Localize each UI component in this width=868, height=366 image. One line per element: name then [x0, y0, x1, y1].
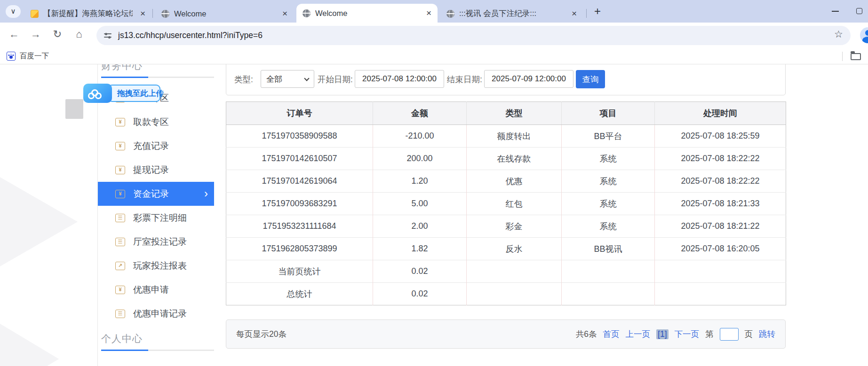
sidebar: 财务中心 ¥存款专区¥取款专区¥充值记录¥提现记录¥资金记录›☰彩票下注明细☰厅… — [97, 64, 214, 366]
drag-upload-label: 拖拽至此上传 — [108, 85, 160, 102]
profile-avatar[interactable] — [860, 27, 868, 43]
forward-icon[interactable]: → — [28, 28, 43, 40]
sidebar-item-withdraw-records[interactable]: ¥提现记录 — [98, 158, 214, 182]
table-cell: 反水 — [467, 238, 562, 260]
bookmark-star-icon[interactable]: ☆ — [834, 29, 843, 40]
table-cell: 2025-07-08 18:22:22 — [655, 170, 786, 193]
tab-search-button[interactable]: ∨ — [6, 5, 21, 18]
sidebar-section-personal-center: 个人中心 — [101, 332, 214, 345]
jump-page-input[interactable] — [720, 328, 739, 341]
table-cell: 总统计 — [226, 283, 373, 305]
drag-upload-overlay[interactable]: 拖拽至此上传 — [83, 84, 160, 103]
tab-welcome-2-active[interactable]: Welcome × — [296, 4, 438, 23]
table-cell: 2025-07-08 18:21:33 — [655, 193, 786, 215]
sidebar-item-withdraw-zone[interactable]: ¥取款专区 — [98, 110, 214, 134]
pagination-bar: 每页显示20条 共6条 首页 上一页 [1] 下一页 第 页 跳转 — [226, 319, 786, 349]
tab-forum[interactable]: 【新提醒】海燕策略论坛综合交 × — [24, 5, 151, 23]
tab-separator — [586, 9, 587, 18]
chevron-right-icon: › — [204, 187, 208, 200]
promo-apply-icon: ¥ — [115, 286, 125, 294]
section-underline — [101, 77, 214, 78]
start-date-input[interactable] — [355, 70, 444, 88]
table-header-row: 订单号金额类型项目处理时间 — [226, 102, 786, 125]
table-row: 17519700936832915.00红包系统2025-07-08 18:21… — [226, 193, 786, 215]
sidebar-item-label: 彩票下注明细 — [133, 212, 187, 224]
table-cell: 1751970142610507 — [226, 148, 373, 170]
start-date-label: 开始日期: — [318, 74, 353, 85]
bookmarks-divider — [842, 52, 843, 61]
table-cell: BB视讯 — [562, 238, 655, 260]
tab-title: :::视讯 会员下注纪录::: — [459, 8, 564, 19]
reload-icon[interactable]: ↻ — [50, 28, 65, 40]
table-cell: 2025-07-08 18:22:22 — [655, 148, 786, 170]
jump-link[interactable]: 跳转 — [759, 328, 775, 340]
home-icon[interactable]: ⌂ — [72, 28, 87, 40]
sidebar-item-hall-bet-records[interactable]: ☰厅室投注记录 — [98, 230, 214, 254]
baidu-favicon — [7, 52, 16, 61]
url-text[interactable]: js13.cc/hhcp/usercenter.html?iniType=6 — [118, 31, 263, 40]
sidebar-item-lottery-bet-details[interactable]: ☰彩票下注明细 — [98, 206, 214, 230]
jump-suffix-label: 页 — [745, 328, 753, 340]
new-tab-button[interactable]: + — [590, 5, 605, 19]
sidebar-item-funds-records[interactable]: ¥资金记录› — [98, 182, 214, 206]
column-header: 订单号 — [226, 102, 373, 125]
table-cell: 200.00 — [373, 148, 467, 170]
sidebar-item-label: 取款专区 — [133, 116, 169, 128]
browser-toolbar: ← → ↻ ⌂ js13.cc/hhcp/usercenter.html?ini… — [0, 23, 868, 48]
table-row: 1751970142610507200.00在线存款系统2025-07-08 1… — [226, 148, 786, 170]
column-header: 项目 — [562, 102, 655, 125]
sidebar-item-recharge-records[interactable]: ¥充值记录 — [98, 134, 214, 158]
table-row: 总统计0.02 — [226, 283, 786, 305]
bookmarks-folder-icon[interactable] — [851, 53, 861, 60]
globe-favicon — [303, 9, 311, 17]
window-maximize-button[interactable] — [856, 8, 862, 14]
funds-records-table: 订单号金额类型项目处理时间 1751970358909588-210.00额度转… — [226, 101, 786, 305]
table-row: 1751970358909588-210.00额度转出BB平台2025-07-0… — [226, 125, 786, 148]
first-page-link[interactable]: 首页 — [603, 328, 620, 340]
sidebar-item-promo-apply-records[interactable]: ☰优惠申请记录 — [98, 302, 214, 326]
close-tab-icon[interactable]: × — [426, 8, 431, 18]
site-info-icon[interactable] — [104, 32, 111, 39]
table-cell: 2025-07-08 18:25:59 — [655, 125, 786, 148]
type-select[interactable]: 全部 — [261, 70, 314, 88]
withdraw-record-icon: ¥ — [115, 166, 125, 174]
window-minimize-button[interactable] — [832, 11, 839, 12]
background-triangle-watermark — [0, 177, 78, 266]
sidebar-item-label: 充值记录 — [133, 140, 169, 152]
sidebar-section-finance-center: 财务中心 — [101, 64, 214, 72]
drag-ghost-thumbnail — [65, 99, 83, 119]
back-icon[interactable]: ← — [7, 28, 22, 40]
table-cell: 1751953231111684 — [226, 215, 373, 238]
table-cell: BB平台 — [562, 125, 655, 148]
bookmark-baidu[interactable]: 百度一下 — [20, 51, 49, 61]
end-date-label: 结束日期: — [447, 74, 482, 85]
sidebar-item-label: 优惠申请 — [133, 284, 169, 296]
tab-video-bet-records[interactable]: :::视讯 会员下注纪录::: × — [440, 5, 583, 23]
sidebar-item-label: 提现记录 — [133, 164, 169, 176]
close-tab-icon[interactable]: × — [572, 8, 577, 19]
section-underline — [101, 350, 214, 351]
lottery-bet-detail-icon: ☰ — [115, 214, 125, 222]
chevron-down-icon — [304, 76, 309, 81]
prev-page-link[interactable]: 上一页 — [626, 328, 651, 340]
sidebar-item-label: 厅室投注记录 — [133, 236, 187, 248]
table-cell — [655, 283, 786, 305]
sidebar-item-player-bet-report[interactable]: ↗玩家投注报表 — [98, 254, 214, 278]
address-bar[interactable]: js13.cc/hhcp/usercenter.html?iniType=6 — [96, 26, 851, 45]
tab-title: 【新提醒】海燕策略论坛综合交 — [43, 8, 133, 19]
search-button[interactable]: 查询 — [576, 70, 605, 88]
close-tab-icon[interactable]: × — [282, 8, 287, 19]
tab-welcome-1[interactable]: Welcome × — [155, 5, 294, 23]
tab-strip: ∨ 【新提醒】海燕策略论坛综合交 × Welcome × Welcome × :… — [0, 0, 868, 23]
table-cell: 0.02 — [373, 283, 467, 305]
type-select-value: 全部 — [266, 74, 282, 85]
close-tab-icon[interactable]: × — [140, 8, 145, 19]
sidebar-item-announcements[interactable]: ☰消息公告 — [98, 360, 214, 366]
table-cell — [655, 260, 786, 283]
table-cell: 5.00 — [373, 193, 467, 215]
end-date-input[interactable] — [484, 70, 573, 88]
finance-menu: ¥存款专区¥取款专区¥充值记录¥提现记录¥资金记录›☰彩票下注明细☰厅室投注记录… — [98, 86, 214, 326]
tab-title: Welcome — [174, 9, 275, 18]
next-page-link[interactable]: 下一页 — [675, 328, 700, 340]
sidebar-item-promo-apply[interactable]: ¥优惠申请 — [98, 278, 214, 302]
